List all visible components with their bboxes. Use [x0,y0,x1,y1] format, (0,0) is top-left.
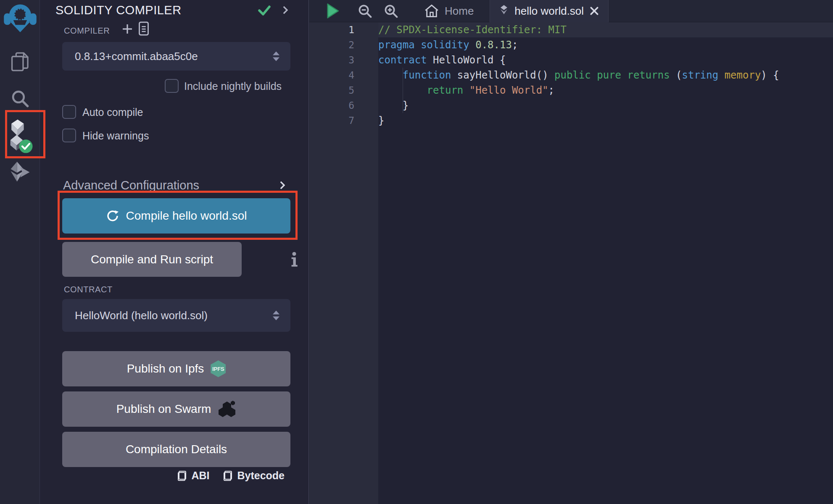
code-lines[interactable]: // SPDX-License-Identifier: MITpragma so… [378,22,833,128]
line-numbers: 1234567 [309,22,378,128]
code-line[interactable]: } [378,98,833,113]
annotation-box-compiler-icon [5,110,45,158]
compiler-section-label: COMPILER [64,26,110,36]
solidity-file-icon [499,5,509,17]
copy-abi-button[interactable]: ABI [178,470,209,482]
home-icon [424,4,439,18]
add-compiler-icon[interactable] [121,23,134,35]
code-editor: Home hello world.sol 1234567 // SPDX-Lic… [309,0,833,504]
code-line[interactable]: return "Hello World"; [378,83,833,98]
abi-label: ABI [191,470,209,482]
tab-home[interactable]: Home [415,0,483,22]
compile-success-check-icon [257,4,272,17]
auto-compile-checkbox[interactable] [62,105,76,119]
line-number: 4 [309,68,354,83]
code-line[interactable]: // SPDX-License-Identifier: MIT [378,22,833,37]
panel-title: SOLIDITY COMPILER [55,3,182,17]
close-tab-icon[interactable] [590,6,599,16]
copy-bytecode-button[interactable]: Bytecode [224,470,285,482]
advanced-expand-chevron-icon[interactable] [277,181,285,189]
tab-hello-world[interactable]: hello world.sol [490,0,609,22]
code-line[interactable]: function sayHelloWorld() public pure ret… [378,68,833,83]
line-number: 6 [309,98,354,113]
publish-swarm-button[interactable]: Publish on Swarm [62,391,290,427]
compilation-details-button[interactable]: Compilation Details [62,432,290,467]
line-number: 7 [309,113,354,128]
publish-ipfs-label: Publish on Ipfs [127,362,204,375]
copy-icon [224,471,232,481]
info-icon[interactable] [291,252,298,267]
zoom-out-button[interactable] [357,3,372,18]
compiler-version-value: 0.8.13+commit.abaa5c0e [75,50,198,63]
select-arrows-icon [273,311,279,320]
search-icon[interactable] [0,89,40,108]
ipfs-icon: IPFS [211,360,226,377]
hide-warnings-checkbox[interactable] [62,129,76,142]
solidity-compiler-panel: SOLIDITY COMPILER COMPILER 0.8.13+commit… [40,0,309,504]
compile-and-run-label: Compile and Run script [91,253,213,266]
code-line[interactable]: contract HelloWorld { [378,52,833,68]
line-number: 3 [309,52,354,68]
file-explorer-icon[interactable] [0,51,40,72]
copy-footer: ABI Bytecode [178,470,285,482]
compilation-details-label: Compilation Details [126,443,227,456]
contract-select-value: HelloWorld (hello world.sol) [75,309,208,322]
compiler-version-select[interactable]: 0.8.13+commit.abaa5c0e [62,42,290,71]
publish-swarm-label: Publish on Swarm [116,402,211,416]
panel-collapse-chevron-icon[interactable] [280,6,288,14]
tab-home-label: Home [445,5,474,18]
code-line[interactable]: pragma solidity 0.8.13; [378,37,833,52]
compile-button[interactable]: Compile hello world.sol [62,198,290,234]
line-number: 2 [309,37,354,52]
copy-icon [178,471,186,481]
nightly-builds-checkbox[interactable] [165,79,179,93]
deploy-run-icon[interactable] [0,160,40,184]
line-number: 1 [309,22,354,37]
remix-logo [0,3,40,34]
auto-compile-label: Auto compile [82,106,143,118]
compiler-file-icon[interactable] [138,21,150,36]
contract-section-label: CONTRACT [64,285,113,294]
swarm-icon [218,400,236,418]
compile-button-label: Compile hello world.sol [126,209,247,223]
compile-and-run-button[interactable]: Compile and Run script [62,242,242,277]
code-line[interactable]: } [378,113,833,128]
run-script-button[interactable] [325,3,340,19]
hide-warnings-label: Hide warnings [82,130,149,142]
contract-select[interactable]: HelloWorld (hello world.sol) [62,299,290,332]
line-number: 5 [309,83,354,98]
activity-bar [0,0,40,504]
nightly-builds-label: Include nightly builds [184,80,282,92]
zoom-in-button[interactable] [383,3,398,18]
tab-hello-world-label: hello world.sol [514,5,584,18]
select-arrows-icon [273,52,279,61]
editor-tabbar: Home hello world.sol [309,0,833,22]
refresh-icon [106,209,119,223]
publish-ipfs-button[interactable]: Publish on Ipfs IPFS [62,351,290,386]
bytecode-label: Bytecode [237,470,285,482]
